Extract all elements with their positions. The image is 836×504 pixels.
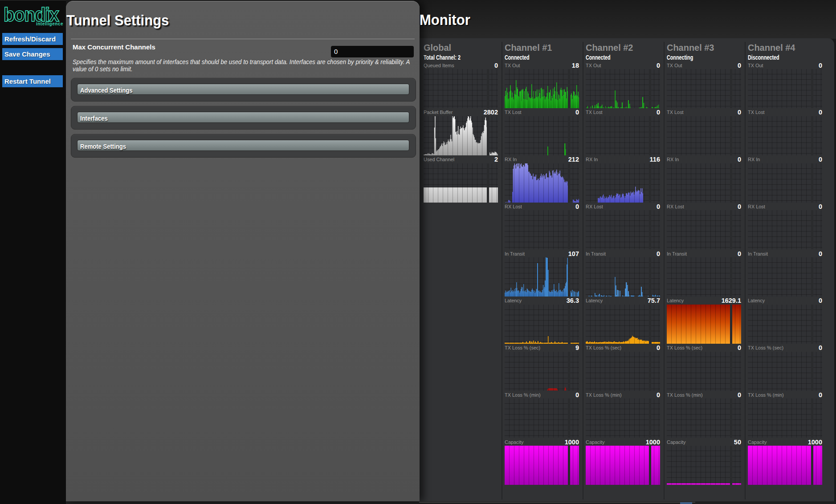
svg-text:intelligence: intelligence — [36, 21, 63, 26]
